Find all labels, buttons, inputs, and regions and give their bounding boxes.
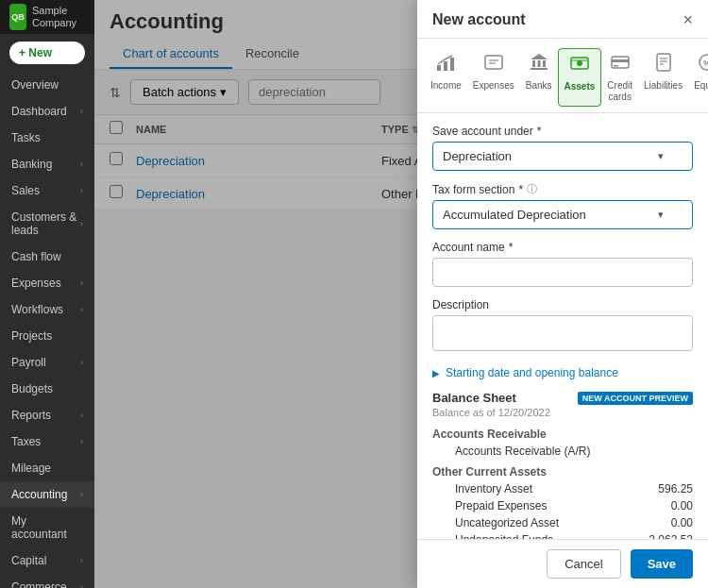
sidebar-item-sales[interactable]: Sales› xyxy=(0,177,94,204)
sidebar-item-label: Dashboard xyxy=(11,105,67,118)
sidebar-item-capital[interactable]: Capital› xyxy=(0,547,94,574)
balance-sheet-header: Balance Sheet NEW ACCOUNT PREVIEW xyxy=(432,391,693,405)
equity-label: Equity xyxy=(694,80,708,92)
save-account-under-group: Save account under * Depreciation ▾ xyxy=(432,125,693,171)
account-type-income[interactable]: Income xyxy=(425,48,467,107)
starting-date-toggle[interactable]: ▶ Starting date and opening balance xyxy=(432,366,693,379)
banks-label: Banks xyxy=(526,80,552,92)
close-button[interactable]: × xyxy=(683,11,693,28)
sidebar-item-label: My accountant xyxy=(11,514,83,541)
sidebar-chevron-icon: › xyxy=(80,556,83,565)
sidebar-item-projects[interactable]: Projects xyxy=(0,323,94,349)
balance-sheet-subtitle: Balance as of 12/20/2022 xyxy=(432,407,693,418)
sidebar-chevron-icon: › xyxy=(80,582,83,588)
cancel-button[interactable]: Cancel xyxy=(547,549,620,579)
sidebar-item-budgets[interactable]: Budgets xyxy=(0,376,94,402)
svg-text:%: % xyxy=(703,59,708,68)
account-type-banks[interactable]: Banks xyxy=(520,48,558,107)
svg-rect-0 xyxy=(437,65,441,71)
bs-label-inventory: Inventory Asset xyxy=(455,482,532,496)
sidebar-nav: OverviewDashboard›TasksBanking›Sales›Cus… xyxy=(0,72,94,588)
svg-marker-6 xyxy=(531,54,548,59)
sidebar-item-payroll[interactable]: Payroll› xyxy=(0,349,94,376)
sidebar-item-taxes[interactable]: Taxes› xyxy=(0,428,94,455)
new-account-modal: New account × Income Expenses Banks xyxy=(417,0,708,588)
balance-sheet-title: Balance Sheet xyxy=(432,391,516,405)
modal-body: Save account under * Depreciation ▾ Tax … xyxy=(417,113,708,539)
account-name-group: Account name * xyxy=(432,241,693,287)
sidebar-item-dashboard[interactable]: Dashboard› xyxy=(0,98,94,125)
sidebar-item-label: Sales xyxy=(11,184,40,197)
account-type-equity[interactable]: % Equity xyxy=(688,48,708,107)
modal-footer: Cancel Save xyxy=(417,539,708,588)
sidebar-item-workflows[interactable]: Workflows› xyxy=(0,296,94,323)
bs-label-uncategorized: Uncategorized Asset xyxy=(455,516,559,529)
sidebar-item-mileage[interactable]: Mileage xyxy=(0,455,94,481)
equity-icon: % xyxy=(697,52,708,77)
description-group: Description xyxy=(432,298,693,355)
account-type-assets[interactable]: Assets xyxy=(558,48,602,107)
description-input[interactable] xyxy=(432,315,693,351)
credit-cards-icon xyxy=(610,52,631,77)
svg-point-12 xyxy=(577,60,582,66)
account-type-liabilities[interactable]: Liabilities xyxy=(638,48,688,107)
account-type-credit-cards[interactable]: Credit cards xyxy=(601,48,638,107)
assets-label: Assets xyxy=(565,81,596,92)
sidebar-chevron-icon: › xyxy=(80,278,83,288)
tax-form-section-label: Tax form section * ⓘ xyxy=(432,182,693,196)
save-account-under-select[interactable]: Depreciation ▾ xyxy=(432,142,693,171)
sidebar-logo: QB Sample Company xyxy=(0,0,94,34)
sidebar-chevron-icon: › xyxy=(80,186,83,195)
svg-rect-16 xyxy=(614,65,618,67)
svg-rect-2 xyxy=(450,58,454,71)
tax-form-section-group: Tax form section * ⓘ Accumulated Depreci… xyxy=(432,182,693,229)
liabilities-label: Liabilities xyxy=(644,80,683,92)
sidebar-item-label: Customers & leads xyxy=(11,210,80,237)
save-account-under-label: Save account under * xyxy=(432,125,693,138)
sidebar-item-customers-and-leads[interactable]: Customers & leads› xyxy=(0,204,94,244)
tax-form-section-select[interactable]: Accumulated Depreciation ▾ xyxy=(432,200,693,229)
sidebar-chevron-icon: › xyxy=(80,305,83,314)
tax-form-info-icon[interactable]: ⓘ xyxy=(527,182,537,196)
sidebar-item-label: Banking xyxy=(11,158,52,171)
sidebar-item-label: Mileage xyxy=(11,462,51,475)
svg-rect-9 xyxy=(543,60,546,67)
sidebar-chevron-icon: › xyxy=(80,107,83,116)
modal-header: New account × xyxy=(417,0,708,39)
sidebar-item-cash-flow[interactable]: Cash flow xyxy=(0,244,94,270)
sidebar-item-label: Tasks xyxy=(11,131,41,144)
svg-rect-7 xyxy=(532,60,535,67)
tax-form-section-select-wrapper: Accumulated Depreciation ▾ xyxy=(432,200,693,229)
tax-form-chevron: ▾ xyxy=(658,209,664,221)
sidebar-item-commerce[interactable]: Commerce› xyxy=(0,574,94,588)
svg-rect-17 xyxy=(657,54,670,71)
sidebar-item-banking[interactable]: Banking› xyxy=(0,151,94,177)
sidebar-item-label: Capital xyxy=(11,554,46,567)
bs-label-ar: Accounts Receivable (A/R) xyxy=(455,445,590,458)
credit-cards-label: Credit cards xyxy=(607,80,632,103)
quickbooks-logo: QB xyxy=(9,4,26,30)
new-button[interactable]: + New xyxy=(9,42,85,64)
sidebar-item-overview[interactable]: Overview xyxy=(0,72,94,98)
sidebar-item-label: Budgets xyxy=(11,382,53,395)
sidebar-item-tasks[interactable]: Tasks xyxy=(0,125,94,151)
company-name: Sample Company xyxy=(32,5,85,29)
sidebar-item-label: Projects xyxy=(11,329,52,343)
sidebar-chevron-icon: › xyxy=(80,490,83,499)
account-name-input[interactable] xyxy=(432,258,693,287)
sidebar-item-label: Accounting xyxy=(11,488,67,501)
bs-label-prepaid: Prepaid Expenses xyxy=(455,499,547,512)
sidebar-item-accounting[interactable]: Accounting› xyxy=(0,481,94,508)
account-type-expenses[interactable]: Expenses xyxy=(467,48,520,107)
svg-rect-15 xyxy=(612,59,629,62)
sidebar-item-my-accountant[interactable]: My accountant xyxy=(0,508,94,547)
sidebar-item-expenses[interactable]: Expenses› xyxy=(0,270,94,296)
starting-date-label: Starting date and opening balance xyxy=(446,366,618,379)
tax-form-section-value: Accumulated Depreciation xyxy=(443,208,586,222)
save-button[interactable]: Save xyxy=(631,549,693,579)
sidebar-item-label: Expenses xyxy=(11,277,61,290)
bs-section-other-current-assets: Other Current Assets xyxy=(432,463,693,480)
bs-row-prepaid: Prepaid Expenses 0.00 xyxy=(432,497,693,514)
sidebar-item-label: Cash flow xyxy=(11,250,61,263)
sidebar-item-reports[interactable]: Reports› xyxy=(0,402,94,428)
